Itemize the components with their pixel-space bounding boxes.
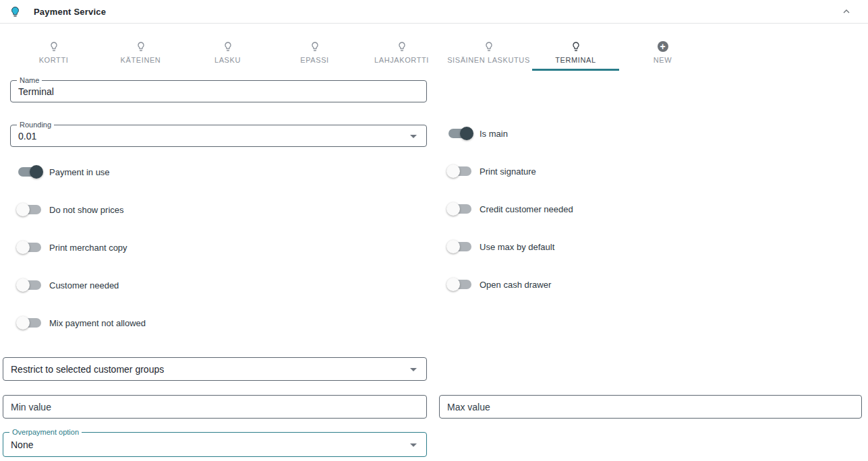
toggle-label: Do not show prices bbox=[49, 205, 124, 215]
toggle-print-merchant-copy[interactable]: Print merchant copy bbox=[16, 239, 127, 255]
toggle-label: Print merchant copy bbox=[49, 243, 127, 253]
rounding-field-label: Rounding bbox=[17, 121, 54, 129]
payment-in-use-switch[interactable] bbox=[18, 167, 41, 177]
toggle-label: Payment in use bbox=[49, 167, 110, 177]
tab-label: LASKU bbox=[214, 56, 241, 64]
overpayment-option-select[interactable]: Overpayment option None bbox=[3, 432, 427, 457]
max-value-field[interactable] bbox=[439, 395, 862, 419]
customer-groups-select[interactable]: Restrict to selected customer groups bbox=[3, 357, 427, 381]
tab-terminal[interactable]: TERMINAL bbox=[532, 32, 619, 71]
mix-payment-not-allowed-switch[interactable] bbox=[18, 318, 41, 328]
toggle-print-signature[interactable]: Print signature bbox=[446, 163, 536, 179]
toggle-label: Is main bbox=[480, 129, 508, 139]
toggle-credit-customer-needed[interactable]: Credit customer needed bbox=[446, 201, 573, 217]
toggle-label: Credit customer needed bbox=[480, 204, 573, 214]
customer-needed-switch[interactable] bbox=[18, 280, 41, 290]
lightbulb-icon bbox=[484, 41, 494, 52]
rounding-value: 0.01 bbox=[11, 131, 426, 142]
toggle-label: Mix payment not allowed bbox=[49, 318, 146, 328]
lightbulb-icon bbox=[571, 41, 581, 52]
tab-label: TERMINAL bbox=[555, 56, 596, 64]
lightbulb-icon bbox=[223, 41, 233, 52]
lightbulb-icon bbox=[136, 41, 146, 52]
toggle-open-cash-drawer[interactable]: Open cash drawer bbox=[446, 276, 551, 293]
collapse-panel-button[interactable] bbox=[838, 3, 855, 20]
lightbulb-icon bbox=[310, 41, 320, 52]
toggle-use-max-by-default[interactable]: Use max by default bbox=[446, 239, 554, 255]
tab-label: KORTTI bbox=[39, 56, 69, 64]
tab-new[interactable]: NEW bbox=[619, 32, 706, 71]
min-value-field[interactable] bbox=[3, 395, 427, 419]
name-field[interactable]: Name bbox=[10, 80, 427, 102]
print-signature-switch[interactable] bbox=[449, 166, 471, 176]
lightbulb-icon bbox=[9, 6, 21, 18]
rounding-select[interactable]: Rounding 0.01 bbox=[10, 125, 427, 147]
caret-down-icon bbox=[410, 368, 417, 371]
toggle-label: Use max by default bbox=[480, 242, 554, 252]
toggle-label: Print signature bbox=[480, 166, 536, 177]
toggle-label: Open cash drawer bbox=[480, 280, 551, 290]
tab-kateinen[interactable]: KÄTEINEN bbox=[97, 32, 184, 71]
open-cash-drawer-switch[interactable] bbox=[449, 280, 471, 289]
customer-groups-value: Restrict to selected customer groups bbox=[3, 364, 426, 375]
use-max-by-default-switch[interactable] bbox=[449, 242, 471, 251]
do-not-show-prices-switch[interactable] bbox=[18, 205, 41, 214]
tab-label: SISÄINEN LASKUTUS bbox=[447, 56, 530, 64]
tab-label: KÄTEINEN bbox=[121, 56, 161, 64]
tab-label: EPASSI bbox=[300, 56, 329, 64]
lightbulb-icon bbox=[49, 41, 59, 52]
is-main-switch[interactable] bbox=[449, 129, 471, 138]
tab-label: NEW bbox=[654, 56, 672, 64]
tab-sisainen-laskutus[interactable]: SISÄINEN LASKUTUS bbox=[445, 32, 532, 71]
plus-circle-icon bbox=[658, 41, 668, 52]
min-value-input[interactable] bbox=[3, 402, 426, 412]
app-header: Payment Service bbox=[0, 0, 868, 24]
tab-epassi[interactable]: EPASSI bbox=[271, 32, 358, 71]
toggle-mix-payment-not-allowed[interactable]: Mix payment not allowed bbox=[16, 315, 146, 331]
tab-label: LAHJAKORTTI bbox=[374, 56, 429, 64]
overpayment-value: None bbox=[3, 439, 426, 450]
toggle-do-not-show-prices[interactable]: Do not show prices bbox=[16, 202, 124, 218]
credit-customer-needed-switch[interactable] bbox=[449, 204, 471, 214]
name-field-label: Name bbox=[17, 76, 42, 85]
toggle-customer-needed[interactable]: Customer needed bbox=[16, 277, 119, 293]
overpayment-field-label: Overpayment option bbox=[9, 428, 82, 437]
chevron-up-icon bbox=[841, 6, 852, 17]
toggle-label: Customer needed bbox=[49, 280, 119, 290]
caret-down-icon bbox=[410, 443, 417, 447]
toggle-is-main[interactable]: Is main bbox=[446, 125, 508, 142]
max-value-input[interactable] bbox=[440, 402, 861, 412]
tab-lahjakortti[interactable]: LAHJAKORTTI bbox=[358, 32, 445, 71]
tab-lasku[interactable]: LASKU bbox=[184, 32, 271, 71]
print-merchant-copy-switch[interactable] bbox=[18, 243, 41, 252]
page-title: Payment Service bbox=[34, 7, 106, 17]
name-input[interactable] bbox=[11, 86, 426, 97]
payment-type-tabs: KORTTI KÄTEINEN LASKU EPASSI LAHJAKORTTI… bbox=[10, 32, 706, 71]
toggle-payment-in-use[interactable]: Payment in use bbox=[16, 164, 110, 180]
tab-kortti[interactable]: KORTTI bbox=[10, 32, 97, 71]
lightbulb-icon bbox=[397, 41, 407, 52]
caret-down-icon bbox=[410, 135, 417, 138]
